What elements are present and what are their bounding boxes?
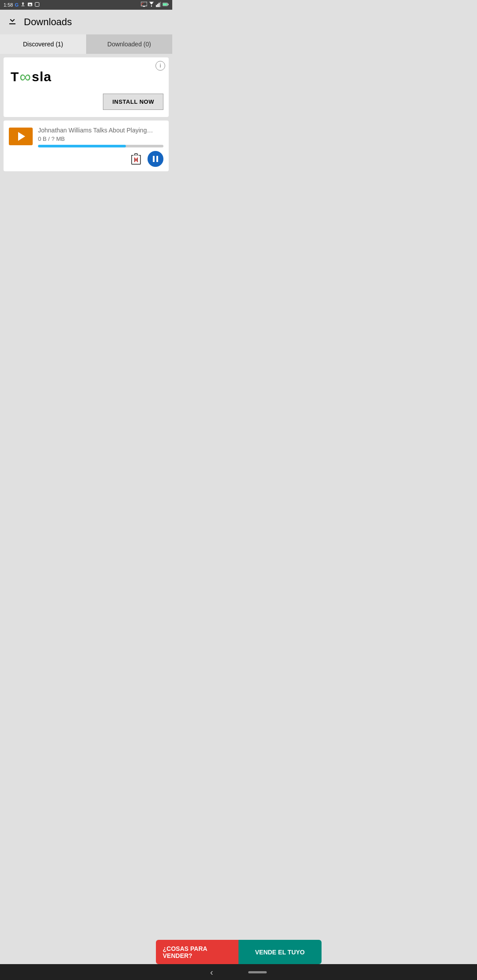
video-thumbnail — [9, 128, 33, 145]
tab-discovered[interactable]: Discovered (1) — [0, 34, 86, 54]
svg-point-6 — [151, 6, 152, 7]
svg-rect-0 — [21, 6, 24, 6]
svg-rect-20 — [133, 155, 139, 156]
svg-rect-9 — [159, 3, 159, 7]
progress-bar-container — [38, 145, 163, 147]
upload-icon — [20, 2, 26, 8]
progress-bar-fill — [38, 145, 126, 147]
status-bar: 1:58 G — [0, 0, 172, 10]
info-icon: i — [160, 63, 161, 69]
time-display: 1:58 — [4, 2, 13, 8]
svg-rect-8 — [157, 4, 158, 7]
status-bar-left: 1:58 G — [4, 2, 40, 8]
info-button[interactable]: i — [155, 61, 165, 71]
download-info: Johnathan Williams Talks About Playing… … — [38, 127, 163, 147]
install-now-button[interactable]: INSTALL NOW — [103, 94, 163, 110]
play-icon — [18, 132, 25, 141]
main-content: i T∞sla INSTALL NOW Johnathan Williams T… — [0, 54, 172, 353]
tabs-container: Discovered (1) Downloaded (0) — [0, 34, 172, 54]
google-icon: G — [15, 2, 19, 8]
svg-rect-13 — [163, 4, 167, 6]
svg-rect-3 — [35, 3, 39, 7]
toosla-text-t: T — [11, 69, 19, 84]
download-actions — [9, 151, 163, 167]
download-size: 0 B / ? MB — [38, 136, 163, 142]
download-card: Johnathan Williams Talks About Playing… … — [4, 121, 169, 171]
pause-button[interactable] — [148, 151, 163, 167]
delete-button[interactable] — [129, 152, 143, 166]
ad-card: i T∞sla INSTALL NOW — [4, 57, 169, 117]
pause-icon — [153, 156, 158, 162]
svg-rect-7 — [156, 5, 157, 7]
wifi-icon — [148, 2, 155, 8]
header: Downloads — [0, 10, 172, 34]
tab-downloaded[interactable]: Downloaded (0) — [86, 34, 172, 54]
status-bar-right — [141, 2, 169, 8]
svg-rect-12 — [168, 4, 169, 5]
svg-rect-5 — [143, 6, 145, 7]
trash-icon — [131, 153, 141, 165]
svg-point-2 — [29, 4, 30, 5]
download-icon — [7, 15, 18, 29]
signal-icon — [156, 2, 161, 8]
toosla-text-sla: sla — [32, 69, 52, 84]
download-top: Johnathan Williams Talks About Playing… … — [9, 127, 163, 147]
square-icon — [34, 2, 40, 8]
toosla-infinity-icon: ∞ — [19, 69, 31, 85]
cast-icon — [141, 2, 147, 8]
battery-icon — [163, 2, 169, 8]
download-title: Johnathan Williams Talks About Playing… — [38, 127, 163, 134]
svg-rect-10 — [160, 2, 161, 7]
toosla-logo: T∞sla — [11, 69, 163, 85]
photo-icon — [27, 2, 33, 8]
page-title: Downloads — [24, 16, 72, 28]
